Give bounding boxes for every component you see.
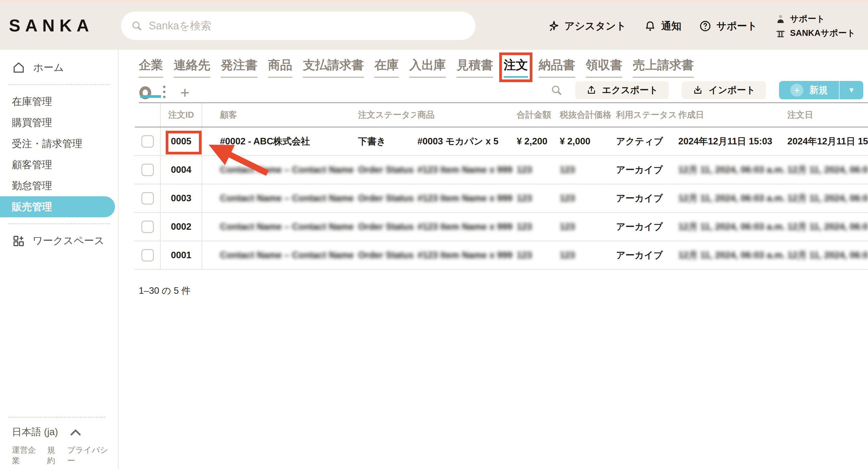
tab[interactable]: 納品書 xyxy=(539,57,575,78)
annotation-red-arrow xyxy=(203,136,271,177)
cell-product: #123 Item Name x 999 xyxy=(415,164,515,175)
view-tab-ring-icon[interactable] xyxy=(139,86,151,99)
cell-order-id[interactable]: 0002 xyxy=(160,213,202,241)
cell-order-id[interactable]: 0001 xyxy=(160,241,202,269)
result-count: 1–30 の 5 件 xyxy=(139,285,191,297)
cell-customer: Contact Name – Contact Name xyxy=(202,221,356,232)
sidebar-section-label: 勤怠管理 xyxy=(12,179,52,193)
export-button[interactable]: エクスポート xyxy=(576,81,669,99)
sidebar-divider xyxy=(8,84,110,85)
assistant-button[interactable]: アシスタント xyxy=(547,19,626,33)
cell-total: ¥ 2,200 xyxy=(515,136,558,147)
row-checkbox[interactable] xyxy=(142,164,154,176)
import-button[interactable]: インポート xyxy=(682,81,766,99)
col-header-created[interactable]: 作成日 xyxy=(677,109,785,121)
table-row[interactable]: 0001 Contact Name – Contact Name Order S… xyxy=(135,241,868,270)
sidebar-item-workspace[interactable]: ワークスペース xyxy=(0,230,118,251)
person-icon xyxy=(775,13,786,24)
new-dropdown-button[interactable]: ▼ xyxy=(840,81,863,99)
support-button[interactable]: サポート xyxy=(699,19,757,33)
col-header-usage-status[interactable]: 利用ステータス xyxy=(614,109,677,121)
tab-label: 支払請求書 xyxy=(303,57,364,78)
tab[interactable]: 企業 xyxy=(139,57,163,78)
cell-order-date: 12月 11, 2024, 06:03 a.m. xyxy=(785,249,868,261)
cell-product: #0003 モカパン x 5 xyxy=(415,135,515,148)
support-label: サポート xyxy=(716,19,757,33)
view-menu-kebab-icon[interactable] xyxy=(163,86,165,98)
tab[interactable]: 連絡先 xyxy=(174,57,210,78)
cell-total-ex-tax: 123 xyxy=(558,164,614,175)
tab[interactable]: 支払請求書 xyxy=(303,57,364,78)
sidebar-section-item[interactable]: 購買管理 xyxy=(0,112,118,133)
home-icon xyxy=(12,61,26,74)
user-org: SANKAサポート xyxy=(790,27,856,39)
bell-icon xyxy=(644,20,656,32)
cell-created: 12月 11, 2024, 06:03 a.m. xyxy=(677,164,785,176)
cell-usage-status: アーカイブ xyxy=(614,192,677,205)
sidebar-divider xyxy=(8,223,110,224)
user-menu[interactable]: サポート SANKAサポート xyxy=(775,13,856,39)
col-header-total-ex-tax[interactable]: 税抜合計価格 xyxy=(558,109,614,121)
tab[interactable]: 在庫 xyxy=(374,57,399,78)
col-header-order-date[interactable]: 注文日 xyxy=(785,109,868,121)
row-checkbox[interactable] xyxy=(142,221,154,233)
row-checkbox[interactable] xyxy=(142,135,154,148)
row-checkbox[interactable] xyxy=(142,249,154,261)
tab[interactable]: 売上請求書 xyxy=(633,57,694,78)
col-header-total[interactable]: 合計金額 xyxy=(515,109,558,121)
table-row[interactable]: 0003 Contact Name – Contact Name Order S… xyxy=(135,184,868,213)
sidebar-section-item[interactable]: 勤怠管理 xyxy=(0,175,118,196)
sidebar-section-item[interactable]: 受注・請求管理 xyxy=(0,133,118,154)
row-checkbox[interactable] xyxy=(142,192,154,205)
chevron-up-icon xyxy=(70,428,81,436)
new-button[interactable]: + 新規 xyxy=(779,81,839,99)
cell-usage-status: アーカイブ xyxy=(614,249,677,261)
sidebar-section-label: 販売管理 xyxy=(12,200,52,214)
cell-order-status: Order Status xyxy=(356,164,415,175)
tab-label: 注文 xyxy=(504,57,528,78)
tab[interactable]: 入出庫 xyxy=(409,57,446,78)
cell-total: 123 xyxy=(515,193,558,204)
arrow-up-tray-icon xyxy=(586,85,597,95)
arrow-down-tray-icon xyxy=(692,85,703,95)
legal-link-privacy[interactable]: プライバシー xyxy=(67,445,114,466)
tab[interactable]: 発注書 xyxy=(221,57,257,78)
legal-link-terms[interactable]: 規約 xyxy=(47,445,63,466)
notifications-button[interactable]: 通知 xyxy=(644,19,681,33)
sidebar-section-item[interactable]: 在庫管理 xyxy=(0,91,118,112)
table-row[interactable]: 0002 Contact Name – Contact Name Order S… xyxy=(135,213,868,241)
global-search-input[interactable]: Sankaを検索 xyxy=(121,11,475,40)
cell-order-id[interactable]: 0004 xyxy=(160,156,202,184)
tab[interactable]: 注文 xyxy=(504,57,528,78)
tab[interactable]: 商品 xyxy=(268,57,292,78)
cell-total: 123 xyxy=(515,250,558,260)
legal-link-company[interactable]: 運営企業 xyxy=(12,445,42,466)
col-header-order-status[interactable]: 注文ステータス xyxy=(356,109,415,121)
tab[interactable]: 領収書 xyxy=(586,57,622,78)
sidebar-section-label: 受注・請求管理 xyxy=(12,137,83,151)
col-header-customer[interactable]: 顧客 xyxy=(202,109,356,121)
sidebar-section-label: 顧客管理 xyxy=(12,158,52,171)
add-view-plus-icon[interactable]: + xyxy=(180,85,190,100)
table-search-icon[interactable] xyxy=(551,84,562,96)
user-name: サポート xyxy=(790,13,825,25)
sidebar-section-item[interactable]: 販売管理 xyxy=(0,196,115,217)
language-label: 日本語 (ja) xyxy=(12,426,58,439)
tab[interactable]: 見積書 xyxy=(457,57,493,78)
cell-created: 12月 11, 2024, 06:03 a.m. xyxy=(677,249,785,261)
cell-created: 12月 11, 2024, 06:03 a.m. xyxy=(677,221,785,233)
grid-plus-icon xyxy=(12,234,25,247)
language-selector[interactable]: 日本語 (ja) xyxy=(0,426,114,439)
sidebar-section-item[interactable]: 顧客管理 xyxy=(0,154,118,175)
tab-label: 企業 xyxy=(139,57,163,78)
search-placeholder: Sankaを検索 xyxy=(149,19,211,33)
cell-order-id[interactable]: 0003 xyxy=(160,184,202,212)
col-header-order-id[interactable]: 注文ID xyxy=(160,103,202,127)
cell-order-status: Order Status xyxy=(356,193,415,204)
tab-label: 在庫 xyxy=(374,57,399,78)
col-header-product[interactable]: 商品 xyxy=(415,109,515,121)
sidebar-workspace-label: ワークスペース xyxy=(33,234,104,248)
organization-icon xyxy=(775,28,786,38)
annotation-red-box xyxy=(166,131,202,154)
sidebar-item-home[interactable]: ホーム xyxy=(0,57,118,78)
